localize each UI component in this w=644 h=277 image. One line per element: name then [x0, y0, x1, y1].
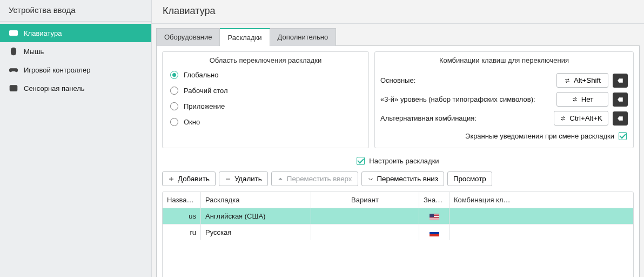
- remove-label: Удалить: [234, 175, 262, 183]
- shortcut-main-label: Основные:: [380, 76, 552, 84]
- keyboard-icon: [9, 28, 18, 38]
- switch-area-title: Область переключения раскладки: [163, 52, 368, 71]
- flag-us-icon: [430, 214, 439, 220]
- table-row[interactable]: us Английская (США): [163, 208, 633, 224]
- radio-dot-icon: [170, 71, 178, 79]
- move-up-button[interactable]: Переместить вверх: [271, 172, 358, 186]
- radio-label: Рабочий стол: [184, 87, 228, 95]
- preview-label: Просмотр: [453, 175, 486, 183]
- groupbox-shortcuts: Комбинации клавиш для переключения Основ…: [374, 51, 634, 148]
- svg-rect-13: [430, 217, 439, 219]
- th-variant[interactable]: Вариант: [311, 192, 419, 208]
- main-panel: Клавиатура Оборудование Раскладки Дополн…: [152, 0, 644, 277]
- shortcuts-title: Комбинации клавиш для переключения: [375, 52, 633, 71]
- tabbar-spacer: [336, 28, 640, 46]
- layouts-table: Название Раскладка Вариант Значок Комбин…: [162, 192, 634, 277]
- td-variant: [311, 208, 419, 224]
- tab-layouts[interactable]: Раскладки: [220, 28, 270, 46]
- th-code[interactable]: Название: [163, 192, 200, 208]
- th-flag[interactable]: Значок: [419, 192, 449, 208]
- svg-rect-18: [430, 234, 439, 236]
- shortcut-alt-clear-button[interactable]: [613, 111, 628, 126]
- svg-rect-0: [10, 31, 18, 36]
- remove-layout-button[interactable]: Удалить: [219, 172, 268, 186]
- move-up-label: Переместить вверх: [287, 175, 352, 183]
- sidebar-item-label: Сенсорная панель: [24, 84, 85, 93]
- sidebar-title: Устройства ввода: [0, 0, 151, 22]
- radio-desktop[interactable]: Рабочий стол: [170, 87, 361, 95]
- sidebar-item-gamepad[interactable]: Игровой контроллер: [0, 61, 151, 79]
- tab-advanced[interactable]: Дополнительно: [270, 28, 337, 46]
- osd-checkbox[interactable]: [619, 132, 627, 140]
- svg-rect-14: [430, 219, 439, 220]
- td-code: ru: [163, 225, 200, 240]
- sidebar-item-label: Мышь: [24, 48, 44, 56]
- flag-ru-icon: [430, 230, 439, 236]
- shortcut-row-main: Основные: Alt+Shift: [380, 73, 628, 88]
- gamepad-icon: [9, 65, 18, 75]
- shortcut-main-button[interactable]: Alt+Shift: [556, 73, 608, 88]
- svg-rect-17: [430, 232, 439, 234]
- sidebar-item-label: Игровой контроллер: [24, 66, 90, 74]
- radio-label: Глобально: [184, 71, 218, 79]
- shortcut-alt-value: Ctrl+Alt+K: [569, 114, 602, 122]
- radio-label: Приложение: [184, 102, 225, 110]
- configure-layouts-label: Настроить раскладки: [369, 157, 439, 165]
- radio-dot-icon: [170, 118, 178, 126]
- shortcut-main-clear-button[interactable]: [613, 74, 628, 88]
- touchpad-icon: [9, 83, 18, 93]
- mouse-icon: [9, 47, 18, 56]
- backspace-icon: [617, 96, 623, 103]
- shortcut-row-third: «3-й» уровень (набор типографских символ…: [380, 92, 628, 107]
- th-shortcut[interactable]: Комбинация клавиш: [449, 192, 515, 208]
- tab-hardware[interactable]: Оборудование: [156, 28, 220, 46]
- tabbar: Оборудование Раскладки Дополнительно: [156, 28, 640, 46]
- plus-icon: [168, 176, 175, 182]
- top-row: Область переключения раскладки Глобально…: [162, 51, 634, 148]
- page-title: Клавиатура: [152, 0, 644, 24]
- tab-body: Область переключения раскладки Глобально…: [156, 46, 640, 277]
- shortcut-third-clear-button[interactable]: [613, 93, 628, 107]
- preview-button[interactable]: Просмотр: [447, 172, 492, 186]
- td-layout: Английская (США): [200, 208, 311, 224]
- th-layout[interactable]: Раскладка: [200, 192, 311, 208]
- radio-dot-icon: [170, 87, 178, 95]
- radio-window[interactable]: Окно: [170, 118, 361, 126]
- td-layout: Русская: [200, 225, 311, 240]
- td-variant: [311, 225, 419, 240]
- groupbox-switch-area: Область переключения раскладки Глобально…: [162, 51, 369, 148]
- move-down-button[interactable]: Переместить вниз: [361, 172, 444, 186]
- sidebar-item-keyboard[interactable]: Клавиатура: [0, 24, 151, 42]
- radio-global[interactable]: Глобально: [170, 71, 361, 79]
- sidebar: Устройства ввода Клавиатура Мышь Игровой…: [0, 0, 152, 277]
- osd-label: Экранные уведомления при смене раскладки: [465, 132, 614, 140]
- swap-icon: [572, 96, 578, 103]
- layout-action-buttons: Добавить Удалить Переместить вверх Перем…: [162, 172, 634, 186]
- radio-app[interactable]: Приложение: [170, 102, 361, 110]
- sidebar-item-mouse[interactable]: Мышь: [0, 42, 151, 61]
- shortcut-alt-label: Альтернативная комбинация:: [380, 114, 549, 122]
- table-header: Название Раскладка Вариант Значок Комбин…: [163, 192, 633, 208]
- shortcut-row-alt: Альтернативная комбинация: Ctrl+Alt+K: [380, 111, 628, 126]
- backspace-icon: [617, 77, 623, 84]
- sidebar-item-touchpad[interactable]: Сенсорная панель: [0, 79, 151, 97]
- td-shortcut: [449, 225, 515, 240]
- sidebar-items: Клавиатура Мышь Игровой контроллер Сенсо…: [0, 22, 151, 97]
- add-layout-button[interactable]: Добавить: [162, 172, 216, 186]
- backspace-icon: [617, 115, 623, 122]
- configure-layouts-checkbox[interactable]: [357, 157, 365, 165]
- chevron-up-icon: [277, 176, 284, 182]
- shortcut-third-button[interactable]: Нет: [556, 92, 608, 107]
- td-shortcut: [449, 208, 515, 224]
- shortcut-alt-button[interactable]: Ctrl+Alt+K: [554, 111, 608, 126]
- td-flag: [419, 208, 449, 224]
- swap-icon: [560, 115, 566, 122]
- radio-dot-icon: [170, 102, 178, 110]
- radio-label: Окно: [184, 118, 200, 126]
- shortcut-third-value: Нет: [581, 95, 594, 103]
- shortcut-third-label: «3-й» уровень (набор типографских символ…: [380, 95, 552, 103]
- table-empty-area: [163, 240, 633, 277]
- swap-icon: [564, 77, 571, 84]
- shortcut-main-value: Alt+Shift: [574, 76, 601, 84]
- table-row[interactable]: ru Русская: [163, 224, 633, 240]
